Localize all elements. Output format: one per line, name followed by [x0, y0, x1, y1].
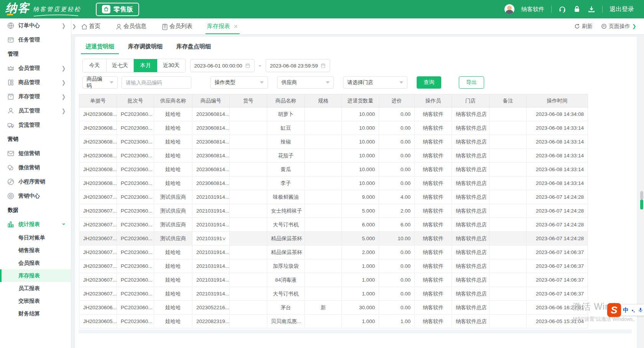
table-cell: PC2023060... — [117, 315, 154, 328]
table-cell — [305, 218, 342, 232]
sidebar-item[interactable]: 营销中心 — [0, 189, 71, 203]
truck-icon — [7, 121, 15, 129]
sidebar-item-label: 短信营销 — [18, 150, 40, 157]
search-button[interactable]: 查询 — [417, 76, 441, 89]
table-cell: 娃哈哈 — [154, 135, 192, 149]
table-row[interactable]: JH20230607...PC2023060...测试供应商2021031914… — [79, 190, 588, 204]
sidebar-subitem[interactable]: 会员报表 — [0, 257, 71, 269]
ime-language-toggle[interactable]: 中 — [623, 307, 629, 314]
table-row[interactable]: JH20230608...PC2023060...娃哈哈2023060814..… — [79, 163, 588, 176]
sidebar-item[interactable]: 会员管理❯ — [0, 61, 71, 75]
person-icon — [7, 107, 15, 115]
chevron-down-icon — [110, 81, 113, 84]
open-tab[interactable]: 首页 — [80, 18, 100, 34]
sidebar-item[interactable]: 库存管理❯ — [0, 89, 71, 104]
table-cell — [490, 246, 527, 259]
sidebar-subitem[interactable]: 财务结算 — [0, 307, 71, 320]
sidebar-subitem[interactable]: 每日对账单 — [0, 231, 71, 244]
column-header: 操作员 — [415, 94, 452, 107]
table-row[interactable]: JH20230607...PC2023060...娃哈哈2021031914..… — [79, 287, 588, 301]
logout-button[interactable]: 退出登录 — [610, 5, 634, 13]
sidebar-section-label: 营销 — [0, 132, 71, 146]
quick-range-button[interactable]: 近30天 — [158, 59, 185, 72]
chevron-right-icon: ❯ — [62, 107, 66, 114]
table-cell: 娃哈哈 — [154, 176, 192, 190]
column-header: 单据号 — [79, 94, 117, 107]
sidebar-subitem[interactable]: 销售报表 — [0, 244, 71, 257]
table-row[interactable]: JH20230605...PC2023060...娃哈哈2022082319..… — [79, 315, 588, 328]
horizontal-scrollbar[interactable] — [79, 330, 632, 333]
expand-chevron-icon[interactable]: ∨ — [222, 236, 226, 241]
export-button[interactable]: 导出 — [459, 76, 484, 89]
open-tab[interactable]: 会员列表 — [161, 18, 192, 34]
open-tab[interactable]: 会员信息 — [115, 18, 146, 34]
microphone-icon[interactable] — [638, 307, 643, 313]
table-row[interactable]: JH20230608...PC2023060...娃哈哈2023060814..… — [79, 176, 588, 190]
table-cell — [230, 204, 267, 218]
sidebar-collapse-chevron-icon[interactable]: ❯ — [72, 23, 76, 29]
store-select[interactable]: 请选择门店 — [343, 76, 407, 89]
table-cell: 娃哈哈 — [154, 163, 192, 176]
sidebar-item-label: 商品管理 — [18, 79, 40, 86]
sogou-ime-logo[interactable]: S — [607, 303, 621, 317]
date-from-input[interactable]: 2023-06-01 00:00:00 — [190, 59, 255, 72]
sidebar-item[interactable]: 短信营销 — [0, 146, 71, 160]
table-row[interactable]: JH20230607...PC2023060...娃哈哈2021031914..… — [79, 246, 588, 259]
table-row[interactable]: JH20230608...PC2023060...娃哈哈2023060814..… — [79, 121, 588, 135]
table-cell: PC2023060... — [117, 135, 154, 149]
sidebar-item[interactable]: 货流管理 — [0, 118, 71, 132]
vertical-scrollbar[interactable] — [639, 37, 644, 348]
sidebar-subitem[interactable]: 员工报表 — [0, 282, 71, 295]
table-row[interactable]: JH20230607...PC2023060...娃哈哈2021031914..… — [79, 273, 588, 287]
sidebar-item[interactable]: 任务管理 — [0, 33, 71, 47]
table-cell — [230, 218, 267, 232]
date-to-input[interactable]: 2023-06-08 23:59:59 — [266, 59, 330, 72]
table-cell: 精品保温茶杯 — [267, 246, 305, 259]
sidebar-subitem[interactable]: 库存报表 — [0, 269, 71, 282]
table-row[interactable]: JH20230607...PC2023060...测试供应商2021031914… — [79, 204, 588, 218]
refresh-button[interactable]: 刷新 — [574, 23, 593, 30]
lock-icon[interactable] — [573, 5, 581, 13]
table-row[interactable]: JH20230608...PC2023060...娃哈哈2023060814..… — [79, 107, 588, 121]
quick-range-button[interactable]: 今天 — [83, 59, 107, 72]
close-tab-icon[interactable]: ✕ — [233, 23, 238, 30]
sidebar-item[interactable]: 统计报表⌄ — [0, 217, 71, 231]
table-cell: 娃哈哈 — [154, 246, 192, 259]
table-cell: 2023-06-07 14:06:37 — [527, 287, 588, 301]
scrollbar-thumb-green[interactable] — [640, 200, 643, 209]
table-cell: 2023060814... — [192, 149, 230, 163]
report-tab[interactable]: 进退货明细 — [85, 43, 114, 54]
ime-punctuation-toggle[interactable]: •, — [632, 307, 635, 313]
table-row[interactable]: JH20230606...PC2023060...娃哈哈2023052216..… — [79, 301, 588, 315]
download-icon[interactable] — [588, 5, 595, 13]
sidebar-subitem[interactable]: 交班报表 — [0, 295, 71, 307]
sidebar-item[interactable]: 商品管理❯ — [0, 75, 71, 89]
sidebar-item[interactable]: 员工管理❯ — [0, 104, 71, 118]
code-type-select[interactable]: 商品编码 — [82, 76, 118, 89]
quick-range-button[interactable]: 本月 — [134, 59, 158, 72]
table-row[interactable]: JH20230607...PC2023060...娃哈哈2021031914..… — [79, 259, 588, 273]
scrollbar-thumb[interactable] — [640, 191, 643, 200]
table-cell: 纳客软件总店 — [452, 315, 490, 328]
open-tab[interactable]: 库存报表✕ — [207, 18, 238, 34]
table-cell: JH20230607... — [79, 273, 117, 287]
sidebar-item[interactable]: 小程序营销 — [0, 175, 71, 189]
table-row[interactable]: JH20230607...PC2023060...测试供应商202103191∨… — [79, 232, 588, 246]
code-search-input[interactable] — [122, 76, 191, 89]
sidebar-item[interactable]: 订单中心❯ — [0, 18, 71, 33]
table-row[interactable]: JH20230608...PC2023060...娃哈哈2023060814..… — [79, 149, 588, 163]
table-row[interactable]: JH20230607...PC2023060...测试供应商2021031914… — [79, 218, 588, 232]
table-cell: 纳客软件 — [415, 135, 452, 149]
operation-type-select[interactable]: 操作类型 — [210, 76, 268, 89]
quick-range-button[interactable]: 近七天 — [107, 59, 134, 72]
report-tab[interactable]: 库存调拨明细 — [128, 43, 163, 54]
table-row[interactable]: JH20230608...PC2023060...娃哈哈2023060814..… — [79, 135, 588, 149]
supplier-select[interactable]: 供应商 — [277, 76, 334, 89]
open-tabs-bar: ❯ 首页会员信息会员列表库存报表✕ 刷新 页面操作 ❯ — [71, 18, 644, 35]
report-tab[interactable]: 库存盘点明细 — [176, 43, 211, 54]
support-headset-icon[interactable] — [559, 5, 566, 13]
brand-slogan: 纳客管店更轻松 — [30, 6, 81, 16]
sidebar-item[interactable]: 微信营销 — [0, 160, 71, 175]
page-operations-button[interactable]: 页面操作 ❯ — [601, 23, 636, 30]
avatar[interactable] — [504, 4, 514, 14]
